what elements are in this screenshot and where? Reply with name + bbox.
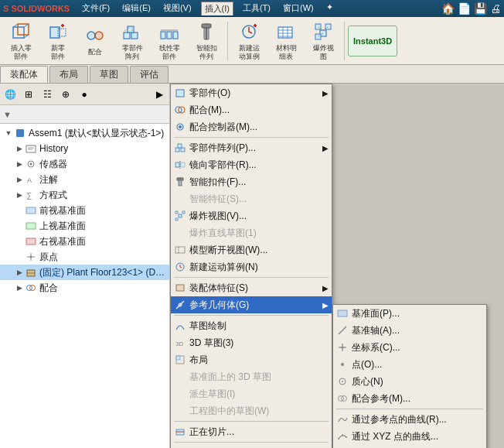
panel-grid-btn[interactable]: ⊞ xyxy=(20,86,37,103)
menu-item-parts[interactable]: 零部件(O) ▶ xyxy=(171,84,332,101)
tab-assembly[interactable]: 装配体 xyxy=(0,66,48,83)
materials-label: 材料明 细表 xyxy=(276,44,297,61)
submenu-mass-center[interactable]: 质心(N) xyxy=(333,373,486,390)
svg-rect-67 xyxy=(175,162,179,167)
svg-rect-18 xyxy=(167,32,172,39)
menu-item-drawing-sketch[interactable]: 工程图中的草图(W) xyxy=(171,402,332,419)
submenu-mate-ref[interactable]: 配合参考(M)... xyxy=(333,390,486,407)
menu-insert[interactable]: 插入(I) xyxy=(201,2,233,15)
tree-label-top-plane: 上视基准面 xyxy=(39,220,86,233)
tree-annotation[interactable]: ▶ A 注解 xyxy=(0,172,169,187)
tab-evaluate[interactable]: 评估 xyxy=(130,66,169,83)
menu-edit[interactable]: 编辑(E) xyxy=(119,2,154,15)
new-motion-button[interactable]: 新建运 动算例 xyxy=(231,19,267,63)
menu-item-layout[interactable]: 布局 xyxy=(171,351,332,368)
tree-top-plane[interactable]: 上视基准面 xyxy=(0,218,169,234)
menu-item-sketch[interactable]: 草图绘制 xyxy=(171,317,332,334)
part-array-menu-icon xyxy=(174,142,186,154)
tree-icon-annotation: A xyxy=(25,173,37,186)
tree-equation[interactable]: ▶ ∑ 方程式 xyxy=(0,187,169,203)
tree-label-sensor: 传感器 xyxy=(39,158,67,171)
panel-list-btn[interactable]: ☷ xyxy=(39,86,56,103)
plane-icon xyxy=(336,307,349,320)
svg-rect-58 xyxy=(176,90,184,97)
menu-item-slice[interactable]: 正在切片... xyxy=(171,423,332,440)
insert-part-button[interactable]: 插入零 部件 xyxy=(3,19,39,63)
submenu-grid-system[interactable]: 网格系统(G) xyxy=(333,445,486,448)
panel-target-btn[interactable]: ⊕ xyxy=(57,86,74,103)
menu-item-broken-view[interactable]: 模型断开视图(W)... xyxy=(171,241,332,258)
menu-extra[interactable]: ✦ xyxy=(323,2,336,15)
panel-circle-btn[interactable]: ● xyxy=(76,86,93,103)
explode-button[interactable]: 爆炸视 图 xyxy=(305,19,341,63)
svg-rect-74 xyxy=(175,218,178,221)
drawing-sketch-icon xyxy=(174,405,186,417)
svg-rect-0 xyxy=(13,27,24,38)
menu-item-3d-sketch-on-plane[interactable]: 基准面上的 3D 草图 xyxy=(171,368,332,385)
menu-item-new-motion[interactable]: 新建运动算例(N) xyxy=(171,258,332,275)
svg-rect-73 xyxy=(182,211,185,214)
layout-icon xyxy=(174,354,186,366)
new-motion-label: 新建运 动算例 xyxy=(239,44,260,61)
smart-fastener-button[interactable]: 智能扣 件列 xyxy=(189,19,224,63)
menu-tools[interactable]: 工具(T) xyxy=(240,2,274,15)
svg-rect-34 xyxy=(315,24,321,29)
tab-sketch[interactable]: 草图 xyxy=(90,66,128,83)
tree-root[interactable]: ▼ Assem1 (默认<默认显示状态-1>) xyxy=(0,125,169,141)
filter-bar: ▼ xyxy=(0,105,169,124)
materials-button[interactable]: 材料明 细表 xyxy=(268,19,304,63)
submenu-arrow: ▶ xyxy=(322,89,329,97)
menu-item-part-array[interactable]: 零部件阵列(P)... ▶ xyxy=(171,139,332,156)
tree-label-root: Assem1 (默认<默认显示状态-1>) xyxy=(29,127,164,140)
panel-globe-btn[interactable]: 🌐 xyxy=(2,86,19,103)
menu-item-explode-line[interactable]: 爆炸直线草图(1) xyxy=(171,224,332,241)
submenu-curve-through-ref[interactable]: 通过参考点的曲线(R)... xyxy=(333,411,486,428)
svg-rect-50 xyxy=(26,238,36,245)
tree-mate[interactable]: ▶ 配合 xyxy=(0,280,169,296)
derived-sketch-icon xyxy=(174,388,186,400)
tree-right-plane[interactable]: 右视基准面 xyxy=(0,234,169,249)
tree-sensor[interactable]: ▶ 传感器 xyxy=(0,156,169,172)
submenu-point[interactable]: 点(O)... xyxy=(333,356,486,373)
menu-view[interactable]: 视图(V) xyxy=(160,2,195,15)
ref-geo-submenu: 基准面(P)... 基准轴(A)... 坐标系(C)... 点(O)... xyxy=(332,304,487,448)
submenu-coordinate[interactable]: 坐标系(C)... xyxy=(333,339,486,356)
menu-window[interactable]: 窗口(W) xyxy=(280,2,317,15)
panel-expand-btn[interactable]: ▶ xyxy=(151,86,168,103)
part-array-button[interactable]: 零部件 阵列 xyxy=(114,19,150,63)
svg-rect-14 xyxy=(128,26,134,32)
tree-plant-floor[interactable]: ▶ (固定) Plant Floor123<1> (Defaul xyxy=(0,265,169,280)
menu-item-ref-geo[interactable]: 参考几何体(G) ▶ xyxy=(171,296,332,313)
slice-icon xyxy=(174,426,186,438)
svg-rect-95 xyxy=(338,310,347,316)
submenu-axis[interactable]: 基准轴(A)... xyxy=(333,322,486,339)
menu-item-mate[interactable]: 配合(M)... xyxy=(171,101,332,118)
panel-toolbar: 🌐 ⊞ ☷ ⊕ ● ▶ xyxy=(0,84,169,105)
menu-file[interactable]: 文件(F) xyxy=(79,2,113,15)
svg-point-106 xyxy=(338,438,339,439)
menu-item-smart-fastener[interactable]: 智能扣件(F)... xyxy=(171,173,332,190)
new-part-icon xyxy=(47,21,69,43)
menu-item-mate-controller[interactable]: 配合控制器(M)... xyxy=(171,118,332,135)
menu-item-3d-sketch[interactable]: 3D 3D 草图(3) xyxy=(171,334,332,351)
tab-layout[interactable]: 布局 xyxy=(49,66,88,83)
menu-item-derived-sketch[interactable]: 派生草图(I) xyxy=(171,385,332,402)
main-content: 🌐 ⊞ ☷ ⊕ ● ▶ ▼ ▼ Assem1 (默认<默认显示状态-1>) ▶ xyxy=(0,84,504,448)
svg-rect-64 xyxy=(181,148,185,152)
svg-point-53 xyxy=(30,256,32,258)
menu-item-assembly-feature[interactable]: 装配体特征(S) ▶ xyxy=(171,279,332,296)
tree-front-plane[interactable]: 前视基准面 xyxy=(0,203,169,218)
menu-item-smart-feature[interactable]: 智能特征(S)... xyxy=(171,190,332,207)
instant3d-button[interactable]: Instant3D xyxy=(348,26,397,56)
mate-button[interactable]: 配合 xyxy=(77,19,113,63)
menu-item-explode[interactable]: 爆炸视图(V)... xyxy=(171,207,332,224)
submenu-plane[interactable]: 基准面(P)... xyxy=(333,305,486,322)
tree-origin[interactable]: 原点 xyxy=(0,249,169,265)
submenu-curve-through-xyz[interactable]: 通过 XYZ 点的曲线... xyxy=(333,428,486,445)
tree-history[interactable]: ▶ History xyxy=(0,141,169,156)
menu-item-mirror[interactable]: 镜向零部件(R)... xyxy=(171,156,332,173)
linear-part-button[interactable]: 线性零 部件 xyxy=(152,19,187,63)
axis-icon xyxy=(336,324,349,337)
new-part-button[interactable]: 新零 部件 xyxy=(40,19,76,63)
menu-item-design-study[interactable]: 设计算例(D) ▶ xyxy=(171,444,332,448)
